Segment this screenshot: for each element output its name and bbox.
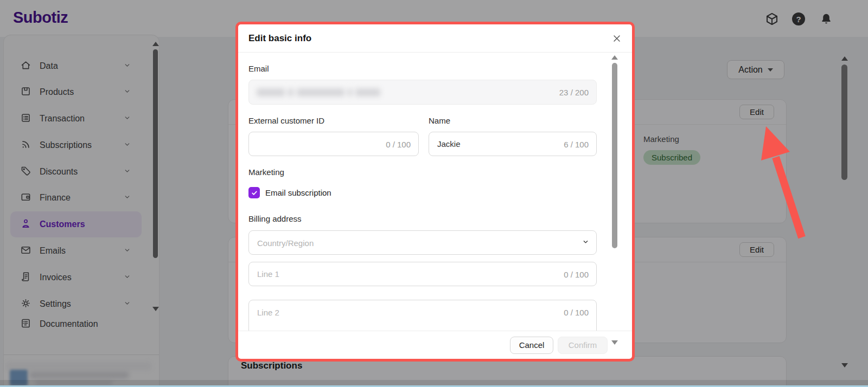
country-region-select[interactable]: Country/Region xyxy=(248,230,597,255)
app-window: Subotiz ? Data Products xyxy=(0,0,868,387)
address-line2-field[interactable]: 0 / 100 xyxy=(248,300,597,331)
scroll-down-arrow[interactable] xyxy=(611,340,618,345)
cancel-button[interactable]: Cancel xyxy=(510,337,553,354)
email-subscription-checkbox[interactable]: Email subscription xyxy=(248,187,331,198)
char-counter: 0 / 100 xyxy=(564,269,589,279)
window-bottom-edge xyxy=(0,380,868,387)
select-placeholder: Country/Region xyxy=(257,238,314,247)
char-counter: 0 / 100 xyxy=(564,308,589,317)
email-value-redacted xyxy=(257,88,380,96)
char-counter: 0 / 100 xyxy=(386,139,411,149)
name-label: Name xyxy=(429,116,450,125)
modal-footer: Cancel Confirm xyxy=(238,331,632,359)
modal-header: Edit basic info xyxy=(238,24,632,53)
modal-body: Email 23 / 200 External customer ID Name… xyxy=(238,53,632,331)
chevron-down-icon xyxy=(582,237,590,248)
checkbox-checked-icon xyxy=(248,187,260,198)
email-field[interactable]: 23 / 200 xyxy=(248,80,597,105)
email-label: Email xyxy=(248,64,269,73)
name-field[interactable]: 6 / 100 xyxy=(429,132,597,156)
char-counter: 23 / 200 xyxy=(559,88,589,97)
modal-scrollbar[interactable] xyxy=(611,54,618,350)
line1-input[interactable] xyxy=(249,262,596,286)
line2-input[interactable] xyxy=(249,300,596,325)
address-line1-field[interactable]: 0 / 100 xyxy=(248,262,597,286)
scrollbar-thumb[interactable] xyxy=(612,63,617,248)
email-subscription-label: Email subscription xyxy=(265,188,331,197)
close-icon[interactable] xyxy=(611,33,622,44)
external-customer-id-label: External customer ID xyxy=(248,116,324,125)
marketing-section-label: Marketing xyxy=(248,167,284,177)
scroll-up-arrow[interactable] xyxy=(611,55,618,60)
char-counter: 6 / 100 xyxy=(564,139,589,149)
confirm-button[interactable]: Confirm xyxy=(558,337,608,354)
billing-address-label: Billing address xyxy=(248,214,302,223)
edit-basic-info-modal: Edit basic info Email 23 / 200 External … xyxy=(235,22,635,362)
modal-title: Edit basic info xyxy=(248,24,311,53)
external-customer-id-field[interactable]: 0 / 100 xyxy=(248,132,419,156)
